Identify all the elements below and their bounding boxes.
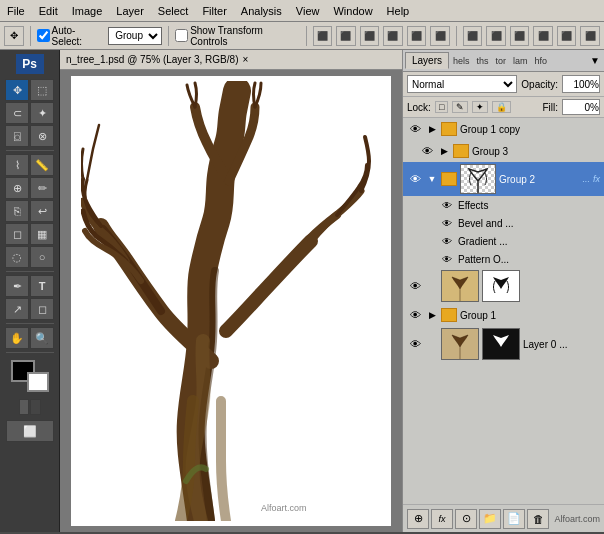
layer-item-layer0[interactable]: 👁 Layer 0 ... [403, 326, 604, 362]
menu-layer[interactable]: Layer [109, 3, 151, 19]
menu-view[interactable]: View [289, 3, 327, 19]
canvas-content[interactable]: Alfoart.com [60, 70, 402, 532]
info-tab[interactable]: hfo [532, 54, 551, 68]
shape-tool[interactable]: ◻ [30, 298, 54, 320]
background-color[interactable] [27, 372, 49, 392]
magic-wand-tool[interactable]: ✦ [30, 102, 54, 124]
blur-tool[interactable]: ◌ [5, 246, 29, 268]
lock-all-btn[interactable]: 🔒 [492, 101, 511, 113]
clone-tool[interactable]: ⎘ [5, 200, 29, 222]
lock-image-btn[interactable]: ✎ [452, 101, 468, 113]
align-center-icon[interactable]: ⬛ [336, 26, 356, 46]
layer-arrow-group2[interactable]: ▼ [426, 171, 438, 187]
layer-eye-group1copy[interactable]: 👁 [407, 121, 423, 137]
lock-position-btn[interactable]: ✦ [472, 101, 488, 113]
quick-mask-btn[interactable] [30, 399, 41, 415]
align-left-icon[interactable]: ⬛ [313, 26, 333, 46]
align-middle-icon[interactable]: ⬛ [407, 26, 427, 46]
layer-eye-below[interactable]: 👁 [407, 278, 423, 294]
actions-tab[interactable]: lam [510, 54, 531, 68]
menu-image[interactable]: Image [65, 3, 110, 19]
lasso-tool[interactable]: ⊂ [5, 102, 29, 124]
gradient-eye[interactable]: 👁 [439, 233, 455, 249]
layer-item-group1[interactable]: 👁 ▶ Group 1 [403, 304, 604, 326]
blend-mode-select[interactable]: Normal [407, 75, 517, 93]
opacity-input[interactable] [562, 75, 600, 93]
ruler-tool[interactable]: 📏 [30, 154, 54, 176]
crop-tool[interactable]: ⌼ [5, 125, 29, 147]
menu-window[interactable]: Window [326, 3, 379, 19]
screen-mode-btn[interactable]: ⬜ [6, 420, 54, 442]
delete-layer-btn[interactable]: 🗑 [527, 509, 549, 529]
menu-filter[interactable]: Filter [195, 3, 233, 19]
text-tool[interactable]: T [30, 275, 54, 297]
layer-eye-group2[interactable]: 👁 [407, 171, 423, 187]
paths-tab[interactable]: ths [474, 54, 492, 68]
pen-tool[interactable]: ✒ [5, 275, 29, 297]
bevel-eye[interactable]: 👁 [439, 215, 455, 231]
distribute-icon5[interactable]: ⬛ [557, 26, 577, 46]
distribute-icon1[interactable]: ⬛ [463, 26, 483, 46]
hand-tool[interactable]: ✋ [5, 327, 29, 349]
layers-tab[interactable]: Layers [405, 52, 449, 69]
fill-input[interactable] [562, 99, 600, 115]
menu-help[interactable]: Help [380, 3, 417, 19]
distribute-icon3[interactable]: ⬛ [510, 26, 530, 46]
layer-folder-icon-group1 [441, 308, 457, 322]
auto-select-checkbox[interactable] [37, 29, 50, 42]
layer-item-group2[interactable]: 👁 ▼ Group 2 ... fx [403, 162, 604, 196]
effects-eye[interactable]: 👁 [439, 197, 455, 213]
distribute-icon4[interactable]: ⬛ [533, 26, 553, 46]
align-right-icon[interactable]: ⬛ [360, 26, 380, 46]
layer-item-below[interactable]: 👁 [403, 268, 604, 304]
pattern-eye[interactable]: 👁 [439, 251, 455, 267]
layer-eye-layer0[interactable]: 👁 [407, 336, 423, 352]
tool-row-10: ↗ ◻ [5, 298, 54, 320]
group-select[interactable]: Group [108, 27, 162, 45]
layer-item-group3[interactable]: 👁 ▶ Group 3 [403, 140, 604, 162]
standard-mode-btn[interactable] [19, 399, 30, 415]
align-top-icon[interactable]: ⬛ [383, 26, 403, 46]
add-style-btn[interactable]: fx [431, 509, 453, 529]
canvas-close-btn[interactable]: × [242, 54, 248, 65]
layer-item-group1copy[interactable]: 👁 ▶ Group 1 copy [403, 118, 604, 140]
menu-analysis[interactable]: Analysis [234, 3, 289, 19]
auto-select-text: Auto-Select: [52, 25, 105, 47]
layer-eye-group1[interactable]: 👁 [407, 307, 423, 323]
tool-row-9: ✒ T [5, 275, 54, 297]
panel-menu-btn[interactable]: ▼ [588, 53, 602, 68]
select-tool[interactable]: ⬚ [30, 79, 54, 101]
menu-file[interactable]: File [0, 3, 32, 19]
distribute-icon6[interactable]: ⬛ [580, 26, 600, 46]
lock-transparent-btn[interactable]: □ [435, 101, 448, 113]
history-brush-tool[interactable]: ↩ [30, 200, 54, 222]
gradient-tool[interactable]: ▦ [30, 223, 54, 245]
menu-select[interactable]: Select [151, 3, 196, 19]
eraser-tool[interactable]: ◻ [5, 223, 29, 245]
layer-arrow-group3[interactable]: ▶ [438, 143, 450, 159]
add-mask-btn[interactable]: ⊙ [455, 509, 477, 529]
show-transform-checkbox[interactable] [175, 29, 188, 42]
link-layers-btn[interactable]: ⊕ [407, 509, 429, 529]
new-layer-btn[interactable]: 📄 [503, 509, 525, 529]
menu-edit[interactable]: Edit [32, 3, 65, 19]
channels-tab[interactable]: hels [450, 54, 473, 68]
tool-row-4: ⌇ 📏 [5, 154, 54, 176]
move-tool-icon[interactable]: ✥ [4, 26, 24, 46]
align-bottom-icon[interactable]: ⬛ [430, 26, 450, 46]
layer-arrow-group1copy[interactable]: ▶ [426, 121, 438, 137]
dodge-tool[interactable]: ○ [30, 246, 54, 268]
spot-heal-tool[interactable]: ⊕ [5, 177, 29, 199]
history-tab[interactable]: tor [493, 54, 510, 68]
path-selection-tool[interactable]: ↗ [5, 298, 29, 320]
new-group-btn[interactable]: 📁 [479, 509, 501, 529]
eyedropper-tool[interactable]: ⌇ [5, 154, 29, 176]
layer-eye-group3[interactable]: 👁 [419, 143, 435, 159]
distribute-icon2[interactable]: ⬛ [486, 26, 506, 46]
move-tool[interactable]: ✥ [5, 79, 29, 101]
layer-folder-icon-group2 [441, 172, 457, 186]
slice-tool[interactable]: ⊗ [30, 125, 54, 147]
brush-tool[interactable]: ✏ [30, 177, 54, 199]
zoom-tool[interactable]: 🔍 [30, 327, 54, 349]
layer-arrow-group1[interactable]: ▶ [426, 307, 438, 323]
